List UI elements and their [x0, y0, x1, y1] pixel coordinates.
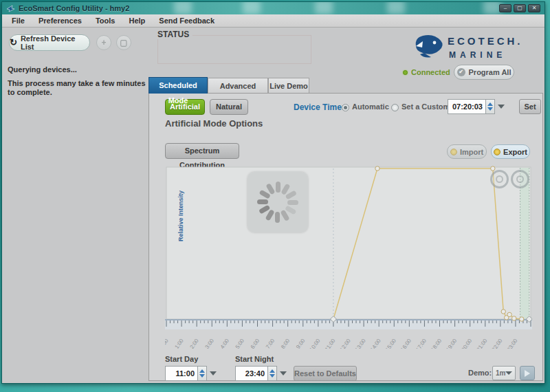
tab-scheduled-mode[interactable]: Scheduled Mode: [148, 77, 208, 94]
start-day-spinner[interactable]: 11:00: [165, 366, 219, 381]
svg-text:17:00: 17:00: [415, 338, 428, 349]
demo-play-button[interactable]: [520, 366, 535, 380]
zoom-in-icon[interactable]: [490, 170, 509, 188]
brand-name-line1: ECOTECH.: [448, 35, 523, 47]
svg-text:7:00: 7:00: [265, 338, 276, 349]
tab-live-demo[interactable]: Live Demo: [268, 78, 309, 94]
svg-text:21:00: 21:00: [476, 338, 489, 349]
start-night-dropdown-arrow[interactable]: [277, 366, 289, 381]
menu-item-send-feedback[interactable]: Send Feedback: [152, 15, 221, 26]
glass-reflection: [315, 2, 333, 14]
minimize-button[interactable]: –: [499, 4, 512, 12]
export-label: Export: [503, 148, 527, 156]
radio-automatic-label[interactable]: Automatic: [352, 102, 389, 111]
start-day-value[interactable]: 11:00: [165, 366, 198, 381]
fish-logo-icon: [413, 32, 446, 61]
querying-status-text: Querying devices...: [8, 65, 77, 74]
tab-advanced-settings[interactable]: Advanced Settings: [208, 78, 268, 94]
export-icon: [494, 149, 500, 155]
connection-status: Connected: [403, 68, 450, 76]
status-panel-box: [157, 35, 311, 64]
demo-speed-select[interactable]: 1m: [492, 366, 516, 380]
set-time-button[interactable]: Set: [519, 99, 541, 114]
svg-text:11:00: 11:00: [324, 338, 337, 349]
svg-text:14:00: 14:00: [369, 338, 382, 349]
svg-text:19:00: 19:00: [445, 338, 458, 349]
maximize-button[interactable]: ▢: [514, 4, 526, 12]
radio-automatic[interactable]: [342, 104, 349, 111]
radio-custom-time[interactable]: [391, 104, 399, 111]
spectrum-contribution-button[interactable]: Spectrum Contribution: [165, 143, 239, 159]
device-time-spin-arrows[interactable]: [486, 99, 495, 114]
secondary-device-button[interactable]: ▢: [116, 35, 131, 50]
menu-item-preferences[interactable]: Preferences: [32, 15, 89, 26]
svg-text:9:00: 9:00: [295, 338, 307, 349]
window-title: EcoSmart Config Utility - hmy2: [19, 4, 129, 12]
refresh-button-label: Refresh Device List: [21, 34, 89, 51]
brand-logo: ECOTECH. MARINE: [409, 30, 544, 69]
reset-to-defaults-button[interactable]: Reset to Defaults: [294, 366, 357, 381]
svg-text:13:00: 13:00: [354, 338, 367, 349]
refresh-device-list-button[interactable]: ↻ Refresh Device List: [9, 34, 90, 51]
svg-text:2:00: 2:00: [188, 338, 200, 349]
start-day-dropdown-arrow[interactable]: [207, 366, 219, 381]
svg-text:20:00: 20:00: [460, 338, 473, 349]
svg-text:16:00: 16:00: [399, 338, 412, 349]
loading-spinner: [248, 172, 308, 232]
svg-text:10:00: 10:00: [309, 338, 322, 349]
svg-text:1:00: 1:00: [173, 338, 185, 349]
chart-svg[interactable]: 0:001:002:003:004:005:006:007:008:009:00…: [165, 164, 532, 349]
natural-mode-button[interactable]: Natural: [210, 99, 248, 115]
refresh-icon: ↻: [10, 39, 17, 46]
play-icon: [525, 370, 530, 377]
import-button[interactable]: Import: [447, 144, 487, 159]
menu-item-help[interactable]: Help: [122, 15, 152, 26]
device-time-value[interactable]: 07:20:03: [448, 99, 486, 114]
title-bar[interactable]: EcoSmart Config Utility - hmy2 – ▢ ✕: [2, 2, 544, 14]
start-night-value[interactable]: 23:40: [235, 366, 268, 381]
glass-reflection: [174, 2, 192, 14]
import-label: Import: [460, 148, 483, 156]
svg-text:4:00: 4:00: [219, 338, 231, 349]
demo-label: Demo:: [468, 369, 492, 377]
zoom-out-icon[interactable]: [511, 170, 529, 188]
svg-text:3:00: 3:00: [204, 338, 216, 349]
menu-item-file[interactable]: File: [2, 15, 32, 26]
glass-reflection: [387, 2, 405, 14]
import-icon: [450, 149, 457, 155]
brand-name-line2: MARINE: [449, 50, 506, 60]
menu-item-tools[interactable]: Tools: [89, 15, 122, 26]
start-night-label: Start Night: [235, 355, 274, 363]
start-night-spinner[interactable]: 23:40: [235, 366, 289, 381]
connected-label: Connected: [411, 68, 450, 76]
check-circle-icon: ✔: [457, 68, 465, 76]
device-time-spinner[interactable]: 07:20:03: [448, 99, 507, 114]
svg-text:12:00: 12:00: [339, 338, 352, 349]
device-time-dropdown-arrow[interactable]: [495, 99, 507, 114]
program-all-label: Program All: [469, 68, 512, 76]
svg-text:18:00: 18:00: [430, 338, 443, 349]
chevron-down-icon: [505, 371, 512, 375]
demo-speed-value: 1m: [496, 369, 505, 377]
program-all-button[interactable]: ✔ Program All: [454, 65, 514, 80]
connected-dot-icon: [403, 70, 408, 75]
scheduled-mode-panel: Artificial Natural Device Time: Automati…: [148, 93, 543, 381]
start-day-label: Start Day: [165, 355, 198, 363]
start-day-spin-arrows[interactable]: [198, 366, 207, 381]
svg-text:0:00: 0:00: [165, 338, 170, 349]
intensity-chart[interactable]: 0:001:002:003:004:005:006:007:008:009:00…: [165, 164, 532, 349]
querying-hint-text: This process many take a few minutes to …: [8, 79, 151, 97]
start-night-spin-arrows[interactable]: [268, 366, 277, 381]
app-icon: [6, 5, 15, 12]
svg-text:15:00: 15:00: [384, 338, 397, 349]
status-panel-label: STATUS: [157, 30, 192, 39]
export-button[interactable]: Export: [491, 144, 530, 159]
svg-text:5:00: 5:00: [234, 338, 246, 349]
glass-reflection: [243, 2, 261, 14]
close-button[interactable]: ✕: [528, 4, 540, 12]
menu-bar: File Preferences Tools Help Send Feedbac…: [2, 14, 544, 28]
app-window: EcoSmart Config Utility - hmy2 – ▢ ✕ Fil…: [1, 1, 545, 384]
add-device-button[interactable]: +: [96, 35, 111, 50]
svg-text:6:00: 6:00: [250, 338, 261, 349]
section-heading: Artificial Mode Options: [165, 118, 263, 129]
